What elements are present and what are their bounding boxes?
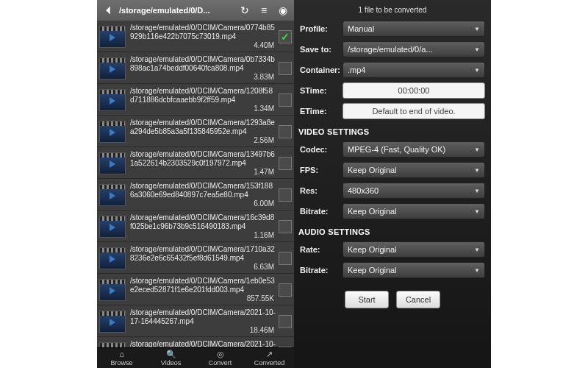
file-size: 857.55K [130,294,276,302]
file-item[interactable]: /storage/emulated/0/DCIM/Camera/0b7334b8… [97,52,294,84]
bottom-nav: ⌂Browse 🔍Videos ◎Convert ↗Converted [97,347,294,368]
back-icon[interactable] [100,2,116,18]
file-size: 1.34M [130,105,276,113]
input-etime[interactable]: Default to end of video. [343,103,485,119]
label-res: Res: [300,186,343,195]
label-arate: Rate: [300,245,343,254]
file-size: 18.46M [130,326,276,334]
file-size: 6.00M [130,199,276,208]
file-checkbox[interactable] [279,283,292,297]
file-size: 3.83M [130,73,276,81]
nav-videos[interactable]: 🔍Videos [146,348,196,368]
video-thumb-icon [99,342,126,348]
file-name: /storage/emulated/0/DCIM/Camera/2021-10-… [130,308,276,326]
file-item[interactable]: /storage/emulated/0/DCIM/Camera/1eb0e53e… [97,274,294,305]
video-thumb-icon [99,26,126,48]
file-name: /storage/emulated/0/DCIM/Camera/0b7334b8… [130,55,276,73]
file-name: /storage/emulated/0/DCIM/Camera/13497b61… [130,150,276,168]
select-container[interactable]: .mp4 [343,62,485,78]
file-item[interactable]: /storage/emulated/0/DCIM/Camera/1208f58d… [97,84,294,116]
file-checkbox[interactable] [279,62,292,75]
file-item[interactable]: /storage/emulated/0/DCIM/Camera/1710a328… [97,242,294,274]
label-vbitrate: Bitrate: [300,207,343,216]
select-arate[interactable]: Keep Original [343,241,485,258]
select-vcodec[interactable]: MPEG-4 (Fast, Quality OK) [343,141,485,158]
select-res[interactable]: 480x360 [343,183,485,199]
file-size: 1.16M [130,231,276,239]
cancel-button[interactable]: Cancel [396,291,440,308]
start-button[interactable]: Start [345,291,389,308]
audio-settings-header: AUDIO SETTINGS [294,222,491,239]
file-item[interactable]: /storage/emulated/0/DCIM/Camera/16c39d8f… [97,210,294,242]
file-checkbox[interactable] [279,252,292,265]
video-thumb-icon [99,121,126,143]
label-container: Container: [300,66,343,74]
file-item[interactable]: /storage/emulated/0/DCIM/Camera/1293a8ea… [97,116,294,147]
file-size: 1.47M [130,168,276,176]
video-thumb-icon [99,57,126,79]
label-fps: FPS: [300,166,343,174]
file-item[interactable]: /storage/emulated/0/DCIM/Camera/0774b859… [97,21,294,52]
browser-header: /storage/emulated/0/D... ↻ ≡ ◉ [97,0,294,21]
file-browser-panel: /storage/emulated/0/D... ↻ ≡ ◉ /storage/… [97,0,294,368]
convert-settings-panel: 1 file to be converted Profile: Manual S… [294,0,491,368]
file-item[interactable]: /storage/emulated/0/DCIM/Camera/13497b61… [97,147,294,179]
file-name: /storage/emulated/0/DCIM/Camera/0774b859… [130,24,276,41]
file-item[interactable]: /storage/emulated/0/DCIM/Camera/153f1886… [97,179,294,210]
file-checkbox[interactable] [279,30,292,43]
current-path: /storage/emulated/0/D... [119,6,234,15]
file-name: /storage/emulated/0/DCIM/Camera/1eb0e53e… [130,277,276,294]
nav-convert[interactable]: ◎Convert [196,348,245,368]
video-thumb-icon [99,152,126,174]
file-item[interactable]: /storage/emulated/0/DCIM/Camera/2021-10-… [97,337,294,347]
file-name: /storage/emulated/0/DCIM/Camera/16c39d8f… [130,213,276,231]
video-settings-header: VIDEO SETTINGS [294,121,491,139]
video-thumb-icon [99,279,126,301]
file-checkbox[interactable] [279,220,292,233]
settings-icon[interactable]: ◉ [275,2,291,18]
status-text: 1 file to be converted [294,0,491,18]
nav-converted[interactable]: ↗Converted [245,348,294,368]
input-stime[interactable]: 00:00:00 [343,82,485,99]
select-fps[interactable]: Keep Original [343,162,485,178]
file-name: /storage/emulated/0/DCIM/Camera/2021-10-… [130,340,276,347]
file-name: /storage/emulated/0/DCIM/Camera/1710a328… [130,245,276,263]
file-size: 2.56M [130,136,276,144]
label-vcodec: Codec: [300,145,343,154]
file-size: 6.63M [130,263,276,271]
file-size: 4.40M [130,41,276,49]
select-profile[interactable]: Manual [343,21,485,37]
nav-browse[interactable]: ⌂Browse [97,348,146,368]
file-name: /storage/emulated/0/DCIM/Camera/1293a8ea… [130,118,276,136]
select-abitrate[interactable]: Keep Original [343,262,485,278]
file-checkbox[interactable] [279,315,292,328]
file-checkbox[interactable] [279,188,292,202]
label-etime: ETime: [300,107,343,116]
file-item[interactable]: /storage/emulated/0/DCIM/Camera/2021-10-… [97,305,294,337]
file-checkbox[interactable] [279,125,292,138]
label-abitrate: Bitrate: [300,266,343,275]
video-thumb-icon [99,216,126,238]
file-list[interactable]: /storage/emulated/0/DCIM/Camera/0774b859… [97,21,294,347]
video-thumb-icon [99,89,126,111]
label-profile: Profile: [300,24,343,33]
label-saveto: Save to: [300,45,343,54]
label-stime: STime: [300,86,343,95]
file-name: /storage/emulated/0/DCIM/Camera/153f1886… [130,182,276,199]
menu-icon[interactable]: ≡ [256,2,272,18]
video-thumb-icon [99,184,126,206]
refresh-icon[interactable]: ↻ [237,2,253,18]
select-vbitrate[interactable]: Keep Original [343,203,485,219]
file-name: /storage/emulated/0/DCIM/Camera/1208f58d… [130,87,276,105]
video-thumb-icon [99,311,126,333]
file-checkbox[interactable] [279,93,292,107]
video-thumb-icon [99,247,126,269]
file-checkbox[interactable] [279,157,292,170]
select-saveto[interactable]: /storage/emulated/0/a... [343,41,485,57]
